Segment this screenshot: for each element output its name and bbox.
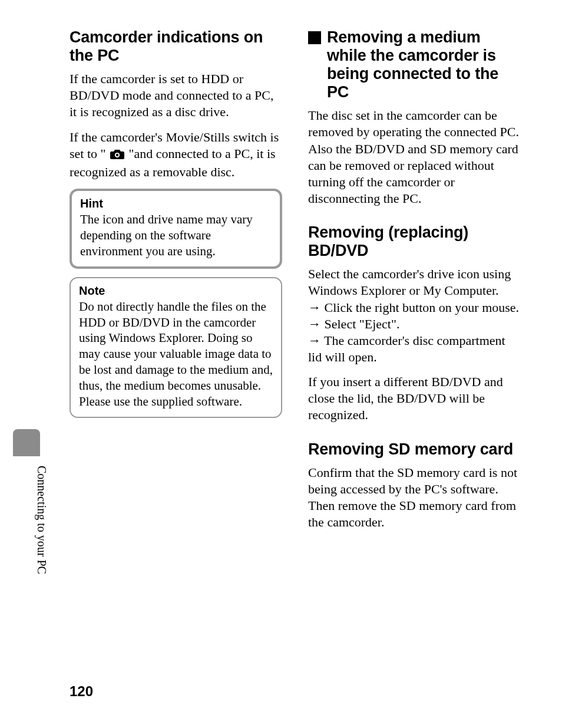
step-text: The camcorder's disc compartment lid wil… bbox=[308, 333, 505, 364]
heading-text: Removing a medium while the camcorder is… bbox=[327, 28, 521, 101]
left-column: Camcorder indications on the PC If the c… bbox=[70, 28, 282, 539]
two-column-layout: Camcorder indications on the PC If the c… bbox=[0, 0, 562, 539]
paragraph-movie-stills-switch: If the camcorder's Movie/Stills switch i… bbox=[70, 129, 282, 180]
paragraph-insert-different-disc: If you insert a different BD/DVD and clo… bbox=[308, 374, 521, 423]
heading-removing-medium: Removing a medium while the camcorder is… bbox=[308, 28, 521, 101]
right-column: Removing a medium while the camcorder is… bbox=[308, 28, 521, 539]
svg-point-1 bbox=[116, 154, 118, 156]
side-tab-marker bbox=[13, 429, 40, 456]
paragraph-disc-removal: The disc set in the camcorder can be rem… bbox=[308, 107, 521, 207]
step-select-eject: → Select "Eject". bbox=[308, 316, 521, 332]
arrow-icon: → bbox=[308, 333, 321, 348]
hint-callout: Hint The icon and drive name may vary de… bbox=[70, 189, 282, 269]
step-lid-open: → The camcorder's disc compartment lid w… bbox=[308, 332, 521, 365]
paragraph-select-drive-icon: Select the camcorder's drive icon using … bbox=[308, 266, 521, 299]
step-right-click: → Click the right button on your mouse. bbox=[308, 299, 521, 316]
note-body: Do not directly handle the files on the … bbox=[79, 299, 273, 410]
note-callout: Note Do not directly handle the files on… bbox=[70, 277, 282, 418]
page-number: 120 bbox=[70, 683, 93, 700]
square-bullet-icon bbox=[308, 31, 321, 44]
paragraph-remove-sd-card: Confirm that the SD memory card is not b… bbox=[308, 465, 521, 531]
note-label: Note bbox=[79, 284, 273, 298]
hint-label: Hint bbox=[80, 197, 272, 210]
camera-icon bbox=[109, 147, 125, 164]
arrow-icon: → bbox=[308, 317, 321, 331]
manual-page: Camcorder indications on the PC If the c… bbox=[0, 0, 562, 728]
step-text: Click the right button on your mouse. bbox=[321, 300, 519, 315]
heading-camcorder-indications: Camcorder indications on the PC bbox=[70, 28, 282, 65]
paragraph-hdd-bd-dvd: If the camcorder is set to HDD or BD/DVD… bbox=[70, 71, 282, 120]
side-section-label: Connecting to your PC bbox=[35, 466, 48, 574]
step-text: Select "Eject". bbox=[321, 317, 399, 331]
hint-body: The icon and drive name may vary dependi… bbox=[80, 212, 272, 259]
heading-removing-bd-dvd: Removing (replacing) BD/DVD bbox=[308, 223, 521, 260]
arrow-icon: → bbox=[308, 300, 321, 315]
heading-removing-sd-card: Removing SD memory card bbox=[308, 440, 521, 459]
